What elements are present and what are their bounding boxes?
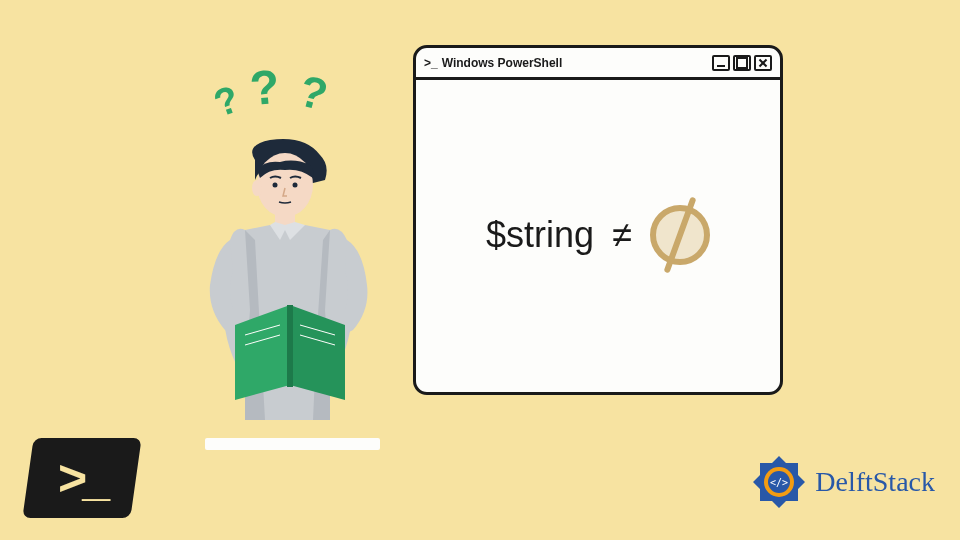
question-marks-group: ? ? ?	[215, 60, 355, 140]
brand-logo: </> DelftStack	[751, 454, 935, 510]
window-titlebar: >_ Windows PowerShell	[416, 48, 780, 80]
brand-name: DelftStack	[815, 466, 935, 498]
expression-variable: $string	[486, 214, 594, 256]
question-mark-icon: ?	[208, 77, 245, 125]
question-mark-icon: ?	[248, 59, 282, 116]
question-mark-icon: ?	[294, 65, 333, 120]
window-title: Windows PowerShell	[442, 56, 709, 70]
svg-point-3	[252, 180, 262, 196]
svg-text:</>: </>	[770, 477, 788, 488]
svg-point-2	[293, 183, 298, 188]
prompt-icon: >_	[424, 56, 438, 70]
powershell-glyph: >_	[58, 449, 105, 507]
brand-badge-icon: </>	[751, 454, 807, 510]
maximize-icon	[733, 55, 751, 71]
close-icon	[754, 55, 772, 71]
empty-set-icon	[650, 205, 710, 265]
powershell-icon: >_	[22, 438, 141, 518]
person-illustration	[175, 130, 405, 440]
powershell-window: >_ Windows PowerShell $string ≠	[413, 45, 783, 395]
svg-point-1	[273, 183, 278, 188]
window-content: $string ≠	[416, 80, 780, 389]
not-equal-icon: ≠	[612, 214, 632, 256]
table-surface	[205, 438, 380, 450]
minimize-icon	[712, 55, 730, 71]
